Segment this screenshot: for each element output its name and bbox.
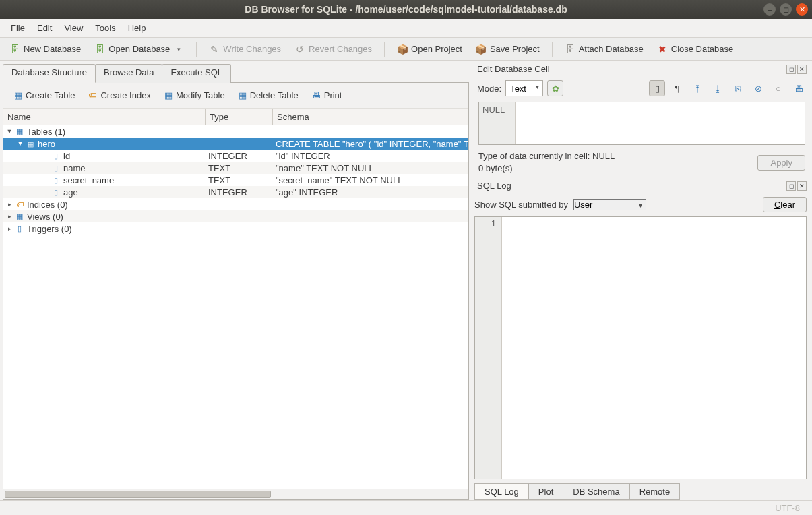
main-tabbar: Database Structure Browse Data Execute S… — [3, 63, 469, 82]
panel-undock-button[interactable]: ◻ — [786, 181, 796, 191]
close-database-button[interactable]: ✖Close Database — [652, 41, 739, 57]
print-cell-button[interactable]: 🖶 — [790, 80, 807, 96]
menu-tools[interactable]: Tools — [90, 21, 121, 35]
header-schema[interactable]: Schema — [273, 109, 468, 125]
minimize-button[interactable]: – — [763, 3, 776, 16]
bottom-tab-dbschema[interactable]: DB Schema — [563, 483, 629, 500]
panel-undock-button[interactable]: ◻ — [786, 65, 796, 74]
mode-label: Mode: — [477, 84, 501, 94]
binary-icon: ○ — [776, 84, 781, 94]
print-icon: 🖶 — [312, 90, 321, 100]
menu-help[interactable]: Help — [123, 21, 152, 35]
tree-column[interactable]: ▯name TEXT "name" TEXT NOT NULL — [3, 162, 468, 174]
revert-icon: ↺ — [294, 44, 305, 55]
bottom-tab-plot[interactable]: Plot — [528, 483, 563, 500]
tab-browse-data[interactable]: Browse Data — [95, 64, 162, 83]
tree-column[interactable]: ▯secret_name TEXT "secret_name" TEXT NOT… — [3, 174, 468, 186]
save-project-button[interactable]: 📦Save Project — [470, 41, 545, 57]
rtl-button[interactable]: ¶ — [669, 80, 685, 96]
sqllog-header: SQL Log ◻ ✕ — [474, 179, 809, 193]
revert-changes-button: ↺Revert Changes — [289, 41, 377, 57]
database-open-icon: 🗄 — [94, 44, 105, 55]
import-icon: ⭳ — [714, 84, 722, 94]
attach-database-button[interactable]: 🗄Attach Database — [559, 41, 649, 57]
import-button[interactable]: ⭳ — [710, 80, 726, 96]
expander-icon[interactable]: ▸ — [5, 225, 14, 232]
h-scrollbar[interactable] — [3, 489, 468, 499]
tab-database-structure[interactable]: Database Structure — [3, 64, 96, 83]
show-sql-label: Show SQL submitted by — [474, 200, 568, 210]
sqllog-textarea[interactable] — [502, 217, 806, 479]
create-table-button[interactable]: ▦Create Table — [10, 88, 79, 102]
tab-execute-sql[interactable]: Execute SQL — [162, 64, 231, 83]
tree-tables-group[interactable]: ▼▦Tables (1) — [3, 125, 468, 138]
binary-button[interactable]: ○ — [770, 80, 786, 96]
index-create-icon: 🏷 — [88, 90, 97, 100]
folder-save-icon: 📦 — [476, 44, 487, 55]
tree-views-group[interactable]: ▸▦Views (0) — [3, 210, 468, 222]
edit-cell-header: Edit Database Cell ◻ ✕ — [474, 62, 809, 76]
null-icon: ⊘ — [755, 84, 762, 94]
new-database-button[interactable]: 🗄New Database — [4, 41, 86, 57]
close-window-button[interactable]: ✕ — [796, 3, 808, 16]
trigger-group-icon: ▯ — [14, 224, 25, 233]
column-icon: ▯ — [51, 187, 61, 197]
modify-table-button[interactable]: ▦Modify Table — [160, 88, 229, 102]
cell-toolbar: Mode: Text ✿ ▯ ¶ ⭱ ⭳ ⎘ ⊘ ○ 🖶 — [474, 76, 809, 100]
print-button[interactable]: 🖶Print — [308, 88, 346, 102]
cell-gutter: NULL — [479, 102, 516, 144]
chevron-down-icon: ▾ — [173, 44, 184, 55]
expander-icon[interactable]: ▼ — [15, 140, 25, 147]
menu-view[interactable]: View — [59, 21, 88, 35]
submitted-by-select[interactable]: User — [573, 199, 646, 210]
document-icon: ▯ — [655, 84, 660, 94]
tree-table-hero[interactable]: ▼▦hero CREATE TABLE "hero" ( "id" INTEGE… — [3, 138, 468, 150]
export-button[interactable]: ⭱ — [689, 80, 706, 96]
edit-cell-title: Edit Database Cell — [477, 64, 550, 74]
toolbar-separator — [384, 42, 385, 57]
null-button[interactable]: ⊘ — [750, 80, 766, 96]
leaf-icon: ✿ — [552, 84, 559, 94]
bottom-tab-sqllog[interactable]: SQL Log — [474, 483, 529, 500]
maximize-button[interactable]: ◻ — [780, 3, 792, 16]
apply-button[interactable]: Apply — [757, 155, 805, 171]
tree-column[interactable]: ▯age INTEGER "age" INTEGER — [3, 186, 468, 198]
tree-indices-group[interactable]: ▸🏷Indices (0) — [3, 198, 468, 210]
clear-button[interactable]: Clear — [763, 197, 807, 212]
structure-tree[interactable]: ▼▦Tables (1) ▼▦hero CREATE TABLE "hero" … — [3, 125, 468, 489]
scrollbar-thumb[interactable] — [5, 491, 271, 498]
expander-icon[interactable]: ▸ — [5, 201, 14, 208]
window-title: DB Browser for SQLite - /home/user/code/… — [245, 4, 567, 15]
menu-edit[interactable]: Edit — [32, 21, 57, 35]
tree-column[interactable]: ▯id INTEGER "id" INTEGER — [3, 150, 468, 162]
header-name[interactable]: Name — [3, 109, 206, 125]
expander-icon[interactable]: ▸ — [5, 213, 14, 220]
bottom-tab-remote[interactable]: Remote — [629, 483, 681, 500]
cell-editor: NULL — [478, 102, 805, 145]
panel-close-button[interactable]: ✕ — [797, 65, 807, 74]
statusbar: UTF-8 — [0, 500, 812, 515]
open-project-button[interactable]: 📦Open Project — [392, 41, 468, 57]
mode-select[interactable]: Text — [505, 80, 543, 96]
text-view-button[interactable]: ▯ — [649, 80, 665, 96]
view-group-icon: ▦ — [14, 212, 25, 221]
sqllog-gutter: 1 — [475, 217, 502, 479]
tree-triggers-group[interactable]: ▸▯Triggers (0) — [3, 222, 468, 235]
copy-button[interactable]: ⎘ — [730, 80, 746, 96]
header-type[interactable]: Type — [206, 109, 273, 125]
structure-panel: ▦Create Table 🏷Create Index ▦Modify Tabl… — [3, 82, 469, 500]
expander-icon[interactable]: ▼ — [5, 128, 14, 135]
cell-textarea[interactable] — [516, 102, 805, 144]
cell-info-text: Type of data currently in cell: NULL 0 b… — [478, 150, 615, 175]
print-icon: 🖶 — [794, 84, 803, 94]
panel-close-button[interactable]: ✕ — [797, 181, 807, 191]
create-index-button[interactable]: 🏷Create Index — [84, 88, 154, 102]
table-create-icon: ▦ — [14, 90, 22, 100]
titlebar: DB Browser for SQLite - /home/user/code/… — [0, 0, 812, 19]
delete-table-button[interactable]: ▦Delete Table — [235, 88, 303, 102]
auto-format-button[interactable]: ✿ — [547, 80, 563, 96]
menu-file[interactable]: File — [5, 21, 30, 35]
open-database-button[interactable]: 🗄Open Database▾ — [89, 41, 189, 57]
bottom-tabbar: SQL Log Plot DB Schema Remote — [474, 482, 809, 500]
encoding-label: UTF-8 — [775, 503, 800, 513]
